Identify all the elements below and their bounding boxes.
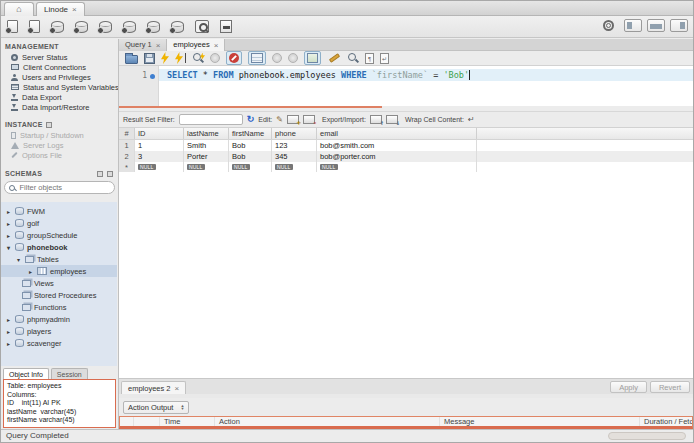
result-filter-input[interactable] [179,114,243,125]
toggle-left-panel-button[interactable] [624,19,642,32]
add-record-icon[interactable]: + [287,115,299,124]
tree-item-table-employees[interactable]: ▸employees [1,265,117,277]
tree-item-functions[interactable]: Functions [1,301,117,313]
horizontal-scrollbar-thumb[interactable] [608,432,686,440]
apply-button[interactable]: Apply [610,381,647,393]
sidebar-item-server-status[interactable]: Server Status [1,52,118,62]
invisible-chars-icon[interactable]: ¶ [365,53,374,64]
column-header[interactable]: Action [215,417,440,426]
table-row[interactable]: 2 3 Porter Bob 345 bob@porter.com [119,151,693,162]
refresh-schemas-icon[interactable] [107,171,113,177]
open-script-icon[interactable] [125,55,138,64]
table-row-new[interactable]: * NULL NULL NULL NULL NULL [119,162,693,172]
toggle-right-panel-button[interactable] [670,19,688,32]
explain-icon[interactable] [193,53,204,64]
commit-icon[interactable] [272,53,282,63]
chevron-right-icon[interactable]: ▸ [5,208,12,215]
close-icon[interactable]: × [214,39,219,52]
open-sql-script-icon[interactable] [29,20,40,33]
chevron-down-icon[interactable]: ▾ [5,244,12,251]
sql-code-line[interactable]: SELECT * FROM phonebook.employees WHERE … [167,70,470,80]
column-header[interactable]: Time [160,417,215,426]
create-view-icon[interactable] [123,21,136,33]
connection-tab[interactable]: Linode × [36,2,85,16]
output-selector[interactable]: Action Output ▲▼ [123,401,189,414]
spinner-icon[interactable]: ▲▼ [180,404,184,411]
sidebar-item-system-variables[interactable]: Status and System Variables [1,82,118,92]
tab-employees[interactable]: employees× [167,39,225,51]
tree-item-schema[interactable]: ▸phpmyadmin [1,313,117,325]
refresh-icon[interactable]: ↻ [247,115,255,124]
close-icon[interactable]: × [72,3,77,16]
sidebar-item-options-file[interactable]: Options File [1,150,118,160]
revert-button[interactable]: Revert [650,381,690,393]
tree-item-stored-procedures[interactable]: Stored Procedures [1,289,117,301]
tab-session[interactable]: Session [51,368,88,379]
edit-record-icon[interactable]: ✎ [276,115,283,124]
chevron-right-icon[interactable]: ▸ [5,328,12,335]
sidebar-item-users-privileges[interactable]: Users and Privileges [1,72,118,82]
sidebar-item-client-connections[interactable]: Client Connections [1,62,118,72]
column-header[interactable]: Message [440,417,640,426]
export-records-icon[interactable]: ↑ [370,115,382,124]
sql-editor[interactable]: 1 SELECT * FROM phonebook.employees WHER… [119,66,693,106]
close-icon[interactable]: × [156,39,161,52]
toggle-stop-on-error-button[interactable] [226,51,242,65]
connect-database-icon[interactable] [51,21,64,33]
wrap-cell-content-icon[interactable]: ↵ [468,115,475,124]
tab-employees-2[interactable]: employees 2× [121,381,186,395]
create-table-icon[interactable] [99,21,112,33]
reconnect-dbms-icon[interactable] [220,20,232,33]
chevron-down-icon[interactable]: ▾ [15,256,22,263]
chevron-right-icon[interactable]: ▸ [5,220,12,227]
find-icon[interactable] [348,53,359,64]
execute-current-icon[interactable] [175,52,187,64]
column-header[interactable]: lastName [184,128,229,139]
chevron-right-icon[interactable]: ▸ [5,316,12,323]
sidebar-item-data-import[interactable]: Data Import/Restore [1,102,118,112]
expand-collapse-icon[interactable] [97,171,103,177]
word-wrap-icon[interactable]: ↵ [380,53,389,64]
toggle-bottom-panel-button[interactable] [647,19,665,32]
stop-icon[interactable] [210,53,220,63]
execute-icon[interactable] [161,52,169,64]
tree-item-tables[interactable]: ▾Tables [1,253,117,265]
rollback-icon[interactable] [288,53,298,63]
tree-item-schema[interactable]: ▸FWM [1,205,117,217]
tree-item-schema[interactable]: ▸scavenger [1,337,117,349]
column-header[interactable]: email [317,128,477,139]
tree-item-schema-phonebook[interactable]: ▾phonebook [1,241,117,253]
chevron-right-icon[interactable]: ▸ [27,268,34,275]
sidebar-item-server-logs[interactable]: Server Logs [1,140,118,150]
toggle-autocommit-button[interactable] [304,51,321,65]
import-records-icon[interactable]: ↓ [386,115,398,124]
column-header[interactable]: # [119,128,135,139]
tree-item-schema[interactable]: ▸golf [1,217,117,229]
chevron-right-icon[interactable]: ▸ [5,232,12,239]
home-tab[interactable]: ⌂ [4,2,34,16]
gear-icon[interactable] [603,20,614,31]
column-header[interactable]: phone [272,128,317,139]
sidebar-item-data-export[interactable]: Data Export [1,92,118,102]
editor-result-splitter[interactable] [119,106,693,111]
tab-object-info[interactable]: Object Info [3,368,49,379]
search-table-data-icon[interactable] [195,20,209,33]
column-header[interactable]: Duration / Fetch [640,417,692,426]
tree-item-views[interactable]: Views [1,277,117,289]
column-header[interactable]: ID [135,128,184,139]
schema-filter-input[interactable] [17,182,110,193]
close-icon[interactable]: × [175,382,180,395]
save-script-icon[interactable] [144,53,155,64]
beautify-icon[interactable] [329,53,340,63]
create-schema-icon[interactable] [75,21,88,33]
tree-item-schema[interactable]: ▸groupSchedule [1,229,117,241]
limit-rows-button[interactable] [248,51,266,65]
table-row[interactable]: 1 1 Smith Bob 123 bob@smith.com [119,140,693,151]
create-function-icon[interactable] [171,21,184,33]
chevron-right-icon[interactable]: ▸ [5,340,12,347]
tab-query-1[interactable]: Query 1× [119,39,167,51]
tree-item-schema[interactable]: ▸players [1,325,117,337]
create-procedure-icon[interactable] [147,21,160,33]
new-query-tab-icon[interactable] [7,20,18,33]
column-header[interactable]: firstName [229,128,272,139]
